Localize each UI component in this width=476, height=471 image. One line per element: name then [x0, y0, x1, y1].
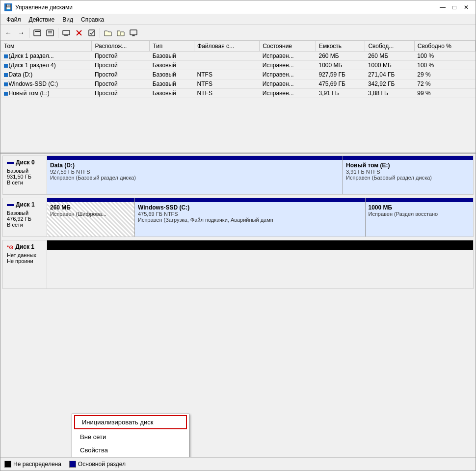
toolbar-check[interactable] [86, 27, 98, 39]
disk1-part2-name: Windows-SSD (C:) [138, 204, 362, 211]
disk0-part2-status: Исправен (Базовый раздел диска) [346, 175, 470, 181]
disk0-label: Диск 0 Базовый 931,50 ГБ В сети [3, 156, 47, 194]
minimize-button[interactable]: — [437, 2, 448, 12]
toolbar-back[interactable]: ← [2, 27, 14, 39]
toolbar-monitor[interactable] [128, 27, 139, 39]
disk2-status: Не проини [7, 258, 43, 264]
title-controls: — □ ✕ [437, 2, 472, 12]
col-free-pct[interactable]: Свободно % [414, 41, 475, 52]
disk0-name: Диск 0 [16, 159, 35, 166]
disk1-part1[interactable]: 260 МБ Исправен (Шифрова... [47, 198, 135, 236]
window-title: Управление дисками [15, 4, 437, 11]
toolbar-sep3 [100, 28, 100, 38]
disk1-name: Диск 1 [16, 201, 35, 208]
table-row[interactable]: (Диск 1 раздел...ПростойБазовыйИсправен.… [1, 52, 476, 61]
toolbar-sep1 [29, 28, 29, 38]
table-row[interactable]: Windows-SSD (C:)ПростойБазовыйNTFSИсправ… [1, 79, 476, 89]
legend-primary-label: Основной раздел [78, 461, 126, 468]
disk2-label: *⊙ Диск 1 Нет данных Не проини [3, 240, 47, 288]
main-window: 💾 Управление дисками — □ ✕ Файл Действие… [0, 0, 476, 471]
col-free[interactable]: Свобод... [365, 41, 414, 52]
app-icon: 💾 [4, 3, 12, 11]
toolbar-btn2[interactable] [44, 27, 56, 39]
svg-rect-9 [89, 30, 95, 36]
disk1-part2[interactable]: Windows-SSD (C:) 475,69 ГБ NTFS Исправен… [135, 198, 366, 236]
menu-bar: Файл Действие Вид Справка [0, 14, 476, 25]
disk2-partitions [47, 240, 473, 288]
disk-table: Том Располож... Тип Файловая с... Состоя… [0, 41, 476, 98]
menu-file[interactable]: Файл [2, 15, 25, 24]
disk-table-area: Том Располож... Тип Файловая с... Состоя… [0, 41, 476, 154]
toolbar: ← → [0, 25, 476, 41]
disk1-part1-name: 260 МБ [50, 204, 132, 211]
toolbar-delete[interactable] [73, 27, 85, 39]
disk1-row: Диск 1 Базовый 476,92 ГБ В сети 260 МБ И… [2, 198, 474, 237]
disk-icon [4, 92, 8, 96]
menu-view[interactable]: Вид [58, 15, 77, 24]
disk0-part2-info: 3,91 ГБ NTFS [346, 169, 470, 175]
disk1-part3-name: 1000 МБ [369, 204, 471, 211]
disk1-type: Базовый [7, 210, 43, 216]
disk-icon [4, 73, 8, 77]
disk1-part3[interactable]: 1000 МБ Исправен (Раздел восстано [366, 198, 474, 236]
close-button[interactable]: ✕ [461, 2, 472, 12]
disk1-label: Диск 1 Базовый 476,92 ГБ В сети [3, 198, 47, 236]
toolbar-btn1[interactable] [31, 27, 43, 39]
maximize-button[interactable]: □ [449, 2, 460, 12]
disk-icon [4, 64, 8, 68]
svg-rect-1 [35, 31, 40, 32]
disk0-type: Базовый [7, 168, 43, 174]
context-menu-properties[interactable]: Свойства [72, 444, 189, 457]
toolbar-folder1[interactable] [102, 27, 114, 39]
disk0-part1-name: Data (D:) [50, 162, 340, 169]
toolbar-folder2[interactable] [115, 27, 127, 39]
context-menu-offline[interactable]: Вне сети [72, 430, 189, 444]
menu-action[interactable]: Действие [25, 15, 59, 24]
toolbar-forward[interactable]: → [15, 27, 27, 39]
table-scroll[interactable]: Том Располож... Тип Файловая с... Состоя… [0, 41, 476, 153]
col-fs[interactable]: Файловая с... [194, 41, 260, 52]
disk1-status: В сети [7, 222, 43, 228]
disk2-row: *⊙ Диск 1 Нет данных Не проини [2, 240, 474, 289]
disk1-size: 476,92 ГБ [7, 216, 43, 222]
legend-bar: Не распределена Основной раздел [0, 457, 476, 471]
title-bar: 💾 Управление дисками — □ ✕ [0, 0, 476, 14]
disk2-unallocated-bar [47, 240, 473, 250]
table-row[interactable]: Data (D:)ПростойБазовыйNTFSИсправен...92… [1, 70, 476, 79]
col-capacity[interactable]: Емкость [316, 41, 365, 52]
toolbar-sep2 [58, 28, 58, 38]
svg-rect-0 [34, 30, 41, 36]
disk0-part1-info: 927,59 ГБ NTFS [50, 169, 340, 175]
toolbar-computer[interactable] [60, 27, 72, 39]
table-row[interactable]: Новый том (E:)ПростойБазовыйNTFSИсправен… [1, 89, 476, 98]
context-menu-init[interactable]: Инициализировать диск [74, 415, 187, 429]
disk-icon [4, 82, 8, 86]
legend-unallocated-label: Не распределена [13, 461, 61, 468]
disk1-partitions: 260 МБ Исправен (Шифрова... Windows-SSD … [47, 198, 473, 236]
disk0-row: Диск 0 Базовый 931,50 ГБ В сети Data (D:… [2, 156, 474, 195]
table-row[interactable]: (Диск 1 раздел 4)ПростойБазовыйИсправен.… [1, 61, 476, 70]
disk0-part2[interactable]: Новый том (E:) 3,91 ГБ NTFS Исправен (Ба… [343, 156, 473, 194]
disk1-part1-status: Исправен (Шифрова... [50, 211, 132, 217]
col-status[interactable]: Состояние [260, 41, 316, 52]
menu-help[interactable]: Справка [77, 15, 108, 24]
context-menu: Инициализировать диск Вне сети Свойства … [72, 414, 189, 457]
legend-black-box [4, 461, 11, 468]
disk-icon [4, 54, 8, 58]
disk0-part1-status: Исправен (Базовый раздел диска) [50, 175, 340, 181]
main-area: Том Располож... Тип Файловая с... Состоя… [0, 41, 476, 471]
disk0-part2-name: Новый том (E:) [346, 162, 470, 169]
col-volume[interactable]: Том [1, 41, 92, 52]
svg-rect-11 [130, 30, 137, 35]
disk-view: Диск 0 Базовый 931,50 ГБ В сети Data (D:… [0, 154, 476, 457]
col-location[interactable]: Располож... [92, 41, 150, 52]
legend-blue-box [69, 461, 76, 468]
svg-rect-5 [63, 30, 70, 35]
col-type[interactable]: Тип [150, 41, 194, 52]
disk0-part1[interactable]: Data (D:) 927,59 ГБ NTFS Исправен (Базов… [47, 156, 343, 194]
context-menu-help[interactable]: Справка [72, 457, 189, 457]
disk0-partitions: Data (D:) 927,59 ГБ NTFS Исправен (Базов… [47, 156, 473, 194]
disk2-name: Диск 1 [15, 243, 34, 250]
disk1-part2-status: Исправен (Загрузка, Файл подкачки, Авари… [138, 217, 362, 223]
legend-unallocated: Не распределена [4, 461, 61, 468]
